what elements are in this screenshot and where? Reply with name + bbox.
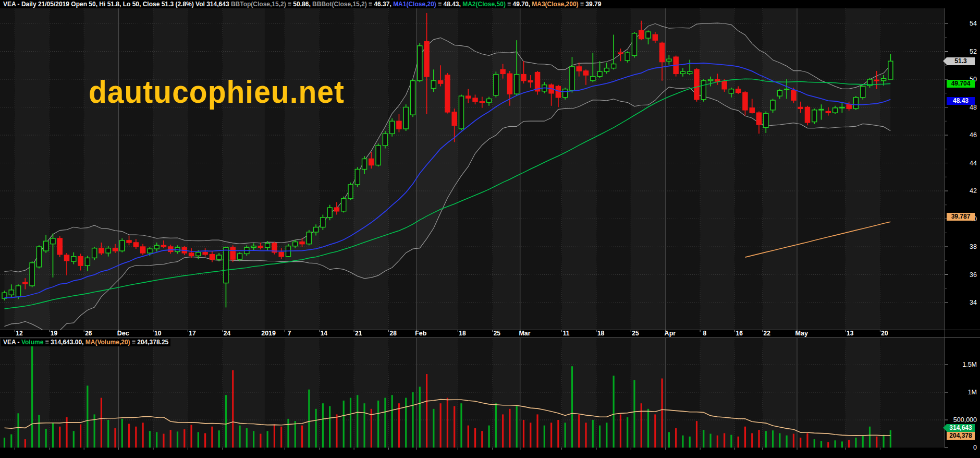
- chart-canvas[interactable]: [0, 0, 980, 458]
- chart-window: dautucophieu.net VEA - Daily 21/05/2019 …: [0, 0, 980, 458]
